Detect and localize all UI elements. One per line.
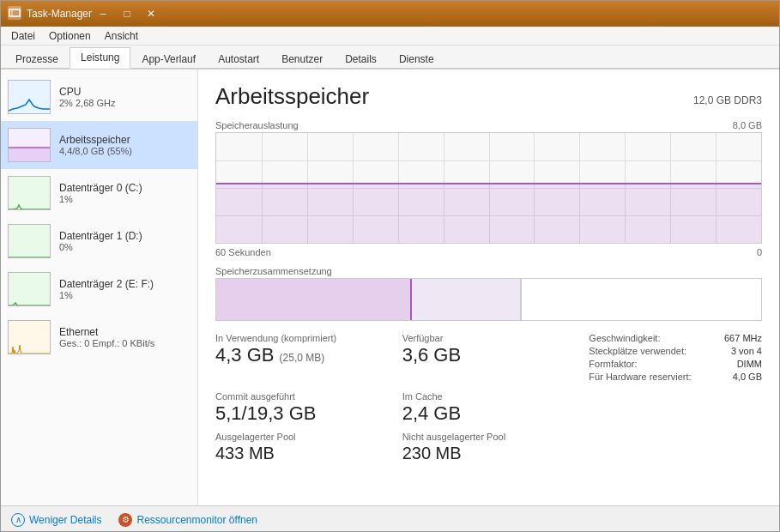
tab-autostart[interactable]: Autostart	[207, 49, 270, 69]
tab-benutzer[interactable]: Benutzer	[270, 49, 334, 69]
tab-leistung[interactable]: Leistung	[70, 47, 130, 69]
cpu-info: CPU 2% 2,68 GHz	[59, 86, 190, 108]
stat-in-use-label: In Verwendung (komprimiert)	[215, 333, 389, 343]
ethernet-info: Ethernet Ges.: 0 Empf.: 0 KBit/s	[59, 326, 190, 348]
content-header: Arbeitsspeicher 12,0 GB DDR3	[215, 83, 762, 110]
tab-app-verlauf[interactable]: App-Verlauf	[130, 49, 207, 69]
stat-available-value: 3,6 GB	[402, 344, 576, 366]
composition-bar	[215, 278, 762, 321]
chevron-up-icon: ∧	[11, 513, 25, 527]
disk2-thumbnail	[8, 272, 51, 306]
svg-rect-3	[9, 148, 51, 162]
stat-commit-value: 5,1/19,3 GB	[215, 402, 389, 425]
disk0-thumbnail	[8, 176, 51, 210]
tab-prozesse[interactable]: Prozesse	[4, 49, 70, 69]
app-icon	[8, 6, 21, 22]
window-controls: – □ ✕	[92, 5, 162, 22]
disk1-label: Datenträger 1 (D:)	[59, 230, 190, 242]
ethernet-label: Ethernet	[59, 326, 190, 338]
resource-monitor-icon: ⚙	[118, 513, 132, 527]
stats-area: In Verwendung (komprimiert) 4,3 GB (25,0…	[215, 333, 762, 463]
menu-optionen[interactable]: Optionen	[42, 28, 98, 44]
bottombar: ∧ Weniger Details ⚙ Ressourcenmonitor öf…	[1, 505, 779, 532]
stat-paged: Ausgelagerter Pool 433 MB	[215, 432, 389, 463]
menu-datei[interactable]: Datei	[4, 28, 42, 44]
sidebar-item-cpu[interactable]: CPU 2% 2,68 GHz	[1, 73, 197, 121]
content-panel: Arbeitsspeicher 12,0 GB DDR3 Speicheraus…	[198, 70, 779, 505]
less-details-link[interactable]: ∧ Weniger Details	[11, 513, 101, 527]
hw-row: Für Hardware reserviert: 4,0 GB	[589, 372, 762, 382]
comp-used	[216, 279, 412, 320]
disk0-label: Datenträger 0 (C:)	[59, 182, 190, 194]
ram-label: Arbeitsspeicher	[59, 134, 190, 146]
ram-info: Arbeitsspeicher 4,4/8,0 GB (55%)	[59, 134, 190, 156]
ram-thumbnail	[8, 128, 51, 162]
ram-fill	[216, 183, 761, 243]
ram-value: 4,4/8,0 GB (55%)	[59, 146, 190, 156]
minimize-button[interactable]: –	[92, 5, 114, 22]
disk1-thumbnail	[8, 224, 51, 258]
main-area: CPU 2% 2,68 GHz Arbeitsspeicher 4,4/8,0 …	[1, 70, 779, 505]
cpu-thumbnail	[8, 80, 51, 114]
stat-in-use-value: 4,3 GB (25,0 MB)	[215, 344, 389, 366]
disk0-value: 1%	[59, 194, 190, 204]
ethernet-value: Ges.: 0 Empf.: 0 KBit/s	[59, 338, 190, 348]
stat-in-use: In Verwendung (komprimiert) 4,3 GB (25,0…	[215, 333, 389, 384]
resource-monitor-link[interactable]: ⚙ Ressourcenmonitor öffnen	[118, 513, 257, 527]
stats-left: In Verwendung (komprimiert) 4,3 GB (25,0…	[215, 333, 762, 463]
sidebar-item-ethernet[interactable]: Ethernet Ges.: 0 Empf.: 0 KBit/s	[1, 313, 197, 361]
cpu-value: 2% 2,68 GHz	[59, 98, 190, 108]
stat-nonpaged-value: 230 MB	[402, 443, 576, 463]
sidebar-item-disk2[interactable]: Datenträger 2 (E: F:) 1%	[1, 265, 197, 313]
stat-paged-value: 433 MB	[215, 443, 389, 463]
stat-cache: Im Cache 2,4 GB	[402, 391, 576, 425]
slots-row: Steckplätze verwendet: 3 von 4	[589, 346, 762, 356]
composition-label: Speicherzusammensetzung	[215, 266, 762, 276]
ram-chart	[215, 132, 762, 244]
stat-paged-label: Ausgelagerter Pool	[215, 432, 389, 442]
ethernet-thumbnail	[8, 320, 51, 354]
disk2-label: Datenträger 2 (E: F:)	[59, 278, 190, 290]
disk2-value: 1%	[59, 290, 190, 300]
sidebar: CPU 2% 2,68 GHz Arbeitsspeicher 4,4/8,0 …	[1, 70, 198, 505]
chart-top-value: 8,0 GB	[733, 120, 762, 130]
comp-cache	[412, 279, 522, 320]
tab-dienste[interactable]: Dienste	[388, 49, 445, 69]
stat-commit-label: Commit ausgeführt	[215, 391, 389, 402]
disk1-value: 0%	[59, 242, 190, 252]
speed-row: Geschwindigkeit: 667 MHz	[589, 333, 762, 343]
sidebar-item-ram[interactable]: Arbeitsspeicher 4,4/8,0 GB (55%)	[1, 121, 197, 169]
stat-commit: Commit ausgeführt 5,1/19,3 GB	[215, 391, 389, 425]
chart-top-labels: Speicherauslastung 8,0 GB	[215, 120, 762, 130]
stats-grid: In Verwendung (komprimiert) 4,3 GB (25,0…	[215, 333, 762, 463]
stats-right: Geschwindigkeit: 667 MHz Steckplätze ver…	[589, 333, 762, 382]
stat-nonpaged-label: Nicht ausgelagerter Pool	[402, 432, 576, 442]
sidebar-item-disk1[interactable]: Datenträger 1 (D:) 0%	[1, 217, 197, 265]
disk1-info: Datenträger 1 (D:) 0%	[59, 230, 190, 252]
tab-details[interactable]: Details	[334, 49, 388, 69]
stat-available: Verfügbar 3,6 GB	[402, 333, 576, 384]
form-row: Formfaktor: DIMM	[589, 359, 762, 369]
stats-right-col: Geschwindigkeit: 667 MHz Steckplätze ver…	[589, 333, 762, 384]
disk0-info: Datenträger 0 (C:) 1%	[59, 182, 190, 204]
disk2-info: Datenträger 2 (E: F:) 1%	[59, 278, 190, 300]
menu-ansicht[interactable]: Ansicht	[98, 28, 145, 44]
menubar: Datei Optionen Ansicht	[1, 27, 779, 45]
stat-nonpaged: Nicht ausgelagerter Pool 230 MB	[402, 432, 576, 463]
maximize-button[interactable]: □	[116, 5, 138, 22]
chart-time-end: 0	[757, 247, 762, 257]
close-button[interactable]: ✕	[140, 5, 162, 22]
chart-top-label: Speicherauslastung	[215, 120, 299, 130]
content-subtitle: 12,0 GB DDR3	[693, 94, 762, 106]
stat-cache-label: Im Cache	[402, 391, 576, 402]
sidebar-item-disk0[interactable]: Datenträger 0 (C:) 1%	[1, 169, 197, 217]
chart-time-start: 60 Sekunden	[215, 247, 271, 257]
stat-cache-value: 2,4 GB	[402, 402, 576, 425]
content-title: Arbeitsspeicher	[215, 83, 369, 110]
cpu-label: CPU	[59, 86, 190, 98]
titlebar-title: Task-Manager	[27, 8, 92, 20]
stat-available-label: Verfügbar	[402, 333, 576, 343]
titlebar: Task-Manager – □ ✕	[1, 1, 779, 27]
chart-bottom-labels: 60 Sekunden 0	[215, 247, 762, 257]
comp-free	[522, 279, 761, 320]
